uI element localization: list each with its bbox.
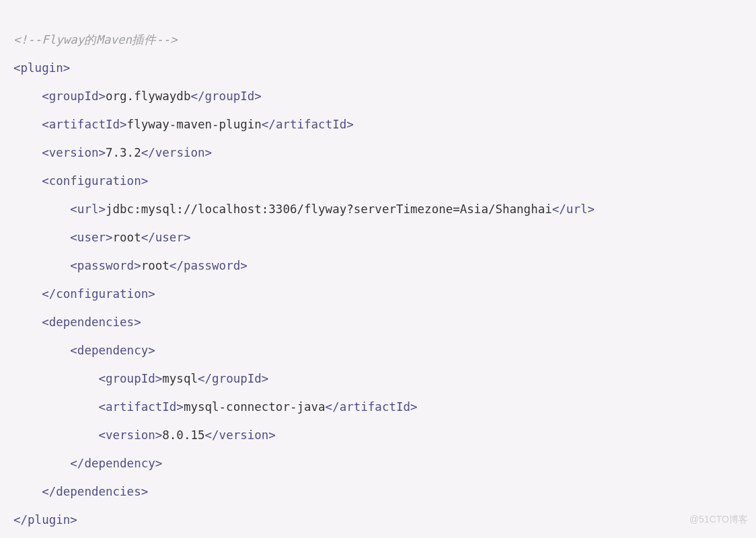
xml-comment: <!--Flyway的Maven插件--> (13, 33, 178, 46)
xml-code-block: <!--Flyway的Maven插件--> <plugin> <groupId>… (0, 0, 756, 538)
watermark-text: @51CTO博客 (689, 508, 748, 531)
